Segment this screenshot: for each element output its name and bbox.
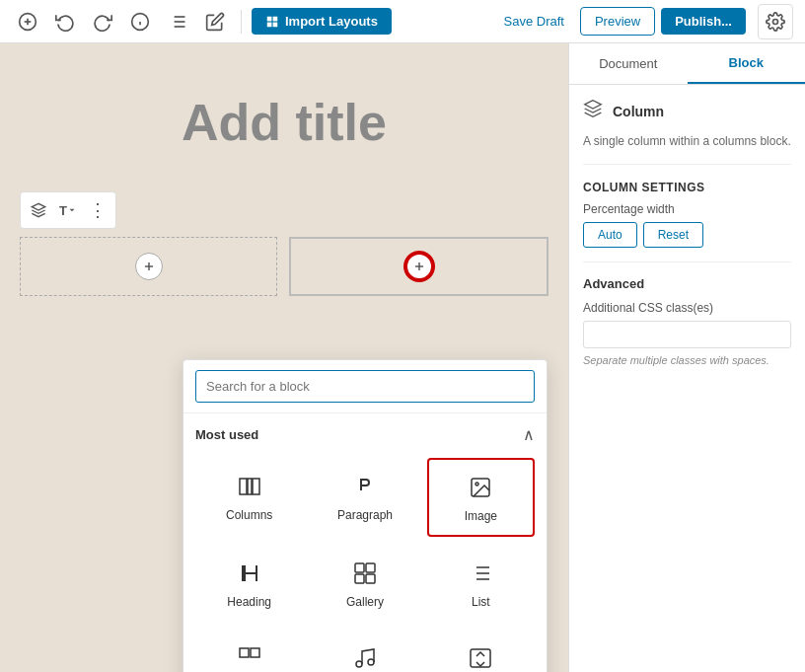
tab-block[interactable]: Block (688, 43, 806, 84)
block-item-cover[interactable] (427, 630, 535, 672)
add-block-button[interactable] (12, 6, 43, 37)
column-block-right (289, 237, 549, 296)
block-item-list[interactable]: List (427, 545, 535, 622)
reset-button[interactable]: Reset (643, 222, 703, 248)
tab-document[interactable]: Document (569, 43, 688, 84)
blocks-grid: Columns Paragraph (195, 458, 535, 622)
columns-row (20, 237, 549, 296)
editor-area: Add title T ⋮ (0, 43, 568, 672)
svg-point-16 (773, 19, 778, 24)
more-options-button[interactable]: ⋮ (84, 196, 111, 224)
column-block-icon (583, 99, 603, 123)
block-search-area (183, 360, 547, 413)
text-icon: T (59, 203, 67, 218)
svg-marker-42 (585, 101, 602, 109)
layers-icon (31, 202, 46, 218)
list-icon (465, 558, 496, 589)
block-search-input[interactable] (195, 370, 535, 403)
import-layouts-button[interactable]: Import Layouts (252, 8, 392, 35)
svg-point-26 (476, 483, 478, 485)
column-block-left (20, 237, 277, 296)
block-item-columns[interactable]: Columns (195, 458, 303, 537)
gallery-label: Gallery (346, 595, 384, 609)
css-hint: Separate multiple classes with spaces. (583, 354, 791, 366)
settings-button[interactable] (758, 4, 793, 39)
heading-label: Heading (227, 595, 271, 609)
svg-rect-28 (366, 563, 375, 572)
svg-rect-29 (355, 574, 364, 583)
svg-rect-37 (240, 648, 249, 657)
panel-divider-2 (583, 261, 791, 262)
layers-button[interactable] (25, 196, 52, 224)
main-layout: Add title T ⋮ (0, 43, 805, 672)
plus-icon-right (412, 260, 426, 273)
image-icon (465, 472, 496, 503)
block-item-audio[interactable] (311, 630, 418, 672)
percentage-width-label: Percentage width (583, 202, 791, 216)
publish-button[interactable]: Publish... (661, 8, 746, 35)
quote-icon (234, 642, 265, 672)
column-add-block-right[interactable] (405, 253, 433, 280)
import-label: Import Layouts (285, 14, 378, 29)
block-item-gallery[interactable]: Gallery (311, 545, 418, 622)
panel-block-desc: A single column within a columns block. (583, 133, 791, 150)
svg-point-39 (356, 661, 362, 667)
panel-body: Column A single column within a columns … (569, 85, 805, 672)
toolbar-divider (241, 10, 242, 34)
gallery-icon (349, 558, 381, 589)
svg-marker-17 (32, 203, 44, 210)
column-add-block-left[interactable] (135, 253, 163, 280)
svg-rect-22 (240, 479, 247, 494)
heading-icon (234, 558, 265, 589)
auto-button[interactable]: Auto (583, 222, 637, 248)
image-label: Image (465, 509, 497, 523)
columns-label: Columns (226, 508, 272, 522)
preview-button[interactable]: Preview (580, 7, 655, 36)
css-class-input[interactable] (583, 321, 791, 348)
collapse-button[interactable]: ∧ (523, 425, 535, 444)
svg-rect-23 (248, 479, 252, 494)
advanced-title: Advanced (583, 276, 791, 291)
column-settings-title: Column settings (583, 181, 791, 194)
list-label: List (472, 595, 490, 609)
svg-rect-15 (273, 22, 278, 27)
block-item-paragraph[interactable]: Paragraph (311, 458, 418, 537)
chevron-down-icon (67, 205, 77, 215)
svg-rect-13 (273, 16, 278, 21)
paragraph-icon (349, 471, 381, 502)
list-view-button[interactable] (162, 6, 193, 37)
redo-button[interactable] (87, 6, 118, 37)
panel-tabs: Document Block (569, 43, 805, 85)
svg-rect-30 (366, 574, 375, 583)
page-title-placeholder[interactable]: Add title (20, 63, 549, 191)
panel-block-title: Column (613, 104, 664, 119)
save-draft-button[interactable]: Save Draft (494, 8, 574, 35)
css-label: Additional CSS class(es) (583, 301, 791, 315)
cover-icon (465, 642, 496, 672)
most-used-section-header: Most used ∧ (195, 425, 535, 444)
text-type-button[interactable]: T (54, 196, 82, 224)
edit-button[interactable] (199, 6, 231, 37)
audio-icon (349, 642, 381, 672)
plus-icon-left (142, 260, 156, 273)
undo-button[interactable] (49, 6, 81, 37)
block-item-heading[interactable]: Heading (195, 545, 303, 622)
width-btn-group: Auto Reset (583, 222, 791, 248)
section-title: Most used (195, 427, 258, 442)
block-item-quote[interactable] (195, 630, 303, 672)
columns-icon (234, 471, 265, 502)
svg-rect-27 (355, 563, 364, 572)
bottom-icons-row (195, 630, 535, 672)
paragraph-label: Paragraph (337, 508, 393, 522)
panel-divider-1 (583, 164, 791, 165)
svg-rect-14 (267, 22, 272, 27)
svg-point-40 (368, 659, 374, 665)
info-button[interactable] (124, 6, 156, 37)
panel-block-header: Column (583, 99, 791, 123)
block-inserter-popup: Most used ∧ Columns (183, 359, 548, 672)
import-icon (265, 15, 279, 29)
svg-rect-12 (267, 16, 272, 21)
panel-block-info: Column (613, 104, 664, 119)
gear-icon (766, 12, 785, 32)
block-item-image[interactable]: Image (427, 458, 535, 537)
